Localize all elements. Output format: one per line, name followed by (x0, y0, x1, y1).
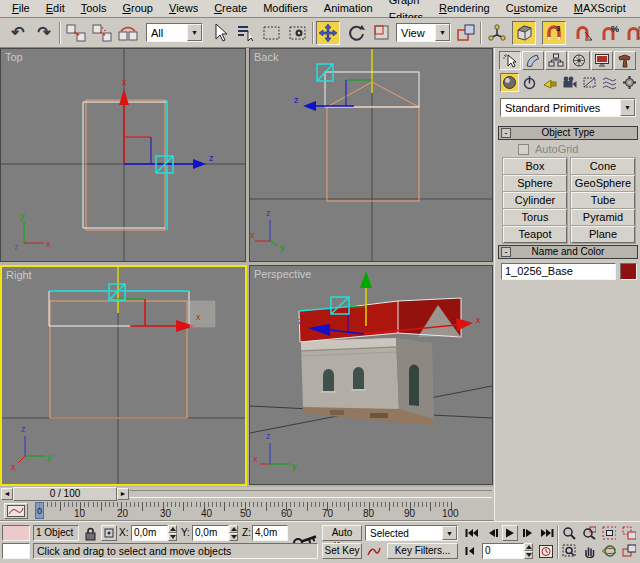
select-and-manipulate-button[interactable] (485, 21, 509, 45)
primitive-pyramid-button[interactable]: Pyramid (571, 209, 635, 226)
dropdown-arrow-icon[interactable]: ▼ (442, 526, 457, 540)
spinner-snap-button[interactable] (624, 21, 640, 45)
x-coordinate-spinner[interactable] (168, 525, 177, 541)
tab-hierarchy[interactable] (545, 51, 567, 70)
key-filters-button[interactable]: Key Filters... (387, 543, 458, 559)
tab-create[interactable] (499, 51, 521, 70)
y-coordinate-spinner[interactable] (229, 525, 238, 541)
maxscript-listener-pane[interactable] (2, 543, 30, 559)
tab-modify[interactable] (522, 51, 544, 70)
perspective-viewport-canvas[interactable]: z x z y x (250, 266, 492, 484)
rectangular-selection-region-button[interactable] (260, 21, 284, 45)
selection-lock-toggle[interactable] (82, 525, 98, 541)
viewport-right-active[interactable]: x z y x Right (0, 265, 247, 486)
menu-file[interactable]: File (4, 0, 38, 17)
category-lights-button[interactable] (540, 73, 559, 92)
redo-button[interactable]: ↷ (32, 21, 56, 45)
x-coordinate-field[interactable]: 0,0m (131, 525, 168, 541)
back-viewport-canvas[interactable]: z z x y (250, 49, 492, 261)
bind-to-space-warp-button[interactable] (116, 21, 140, 45)
absolute-offset-mode-toggle[interactable] (101, 525, 117, 541)
unlink-selection-button[interactable] (90, 21, 114, 45)
primitive-teapot-button[interactable]: Teapot (503, 226, 567, 243)
tab-utilities[interactable] (614, 51, 636, 70)
keyboard-shortcut-override-button[interactable] (512, 21, 536, 45)
select-by-name-button[interactable] (234, 21, 258, 45)
key-filter-selected-dropdown[interactable]: Selected▼ (365, 525, 458, 541)
time-slider-prev-button[interactable]: ◄ (1, 488, 13, 500)
primitive-cylinder-button[interactable]: Cylinder (503, 192, 567, 209)
menu-create[interactable]: Create (206, 0, 255, 17)
menu-animation[interactable]: Animation (316, 0, 381, 17)
primitive-geosphere-button[interactable]: GeoSphere (571, 175, 635, 192)
menu-edit[interactable]: Edit (38, 0, 73, 17)
time-slider-handle[interactable]: 0 / 100 (13, 487, 117, 501)
primitive-tube-button[interactable]: Tube (571, 192, 635, 209)
zoom-button[interactable] (561, 525, 577, 541)
time-slider-next-button[interactable]: ► (117, 488, 129, 500)
menu-views[interactable]: Views (161, 0, 206, 17)
menu-help[interactable]: Help (634, 0, 640, 17)
open-mini-curve-editor-button[interactable] (4, 503, 28, 519)
window-crossing-button[interactable] (286, 21, 310, 45)
selection-filter-dropdown[interactable]: All▼ (146, 23, 203, 42)
angle-snap-button[interactable] (572, 21, 596, 45)
dropdown-arrow-icon[interactable]: ▼ (435, 24, 450, 41)
current-frame-spinner[interactable] (524, 543, 533, 559)
y-coordinate-field[interactable]: 0,0m (192, 525, 229, 541)
selected-roof-object[interactable] (299, 298, 461, 342)
autogrid-checkbox[interactable] (518, 144, 529, 155)
select-and-move-button[interactable] (316, 21, 340, 45)
snaps-toggle-button[interactable]: 3 (542, 21, 566, 45)
house-model[interactable] (301, 338, 434, 425)
dropdown-arrow-icon[interactable]: ▼ (620, 99, 635, 116)
select-and-scale-button[interactable] (370, 21, 394, 45)
tab-display[interactable] (591, 51, 613, 70)
category-type-dropdown[interactable]: Standard Primitives▼ (500, 98, 636, 117)
percent-snap-button[interactable]: % (598, 21, 622, 45)
region-zoom-button[interactable] (561, 543, 577, 559)
menu-customize[interactable]: Customize (498, 0, 566, 17)
set-key-button[interactable]: Set Key (322, 543, 362, 559)
menu-maxscript[interactable]: MAXScript (566, 0, 634, 17)
object-color-swatch[interactable] (620, 263, 637, 280)
right-viewport-canvas[interactable]: x z y x (2, 267, 245, 484)
category-systems-button[interactable] (620, 73, 639, 92)
primitive-sphere-button[interactable]: Sphere (503, 175, 567, 192)
time-slider-track[interactable] (130, 490, 492, 498)
rollout-collapse-button[interactable]: - (501, 247, 511, 257)
arc-rotate-button[interactable] (601, 543, 617, 559)
menu-modifiers[interactable]: Modifiers (255, 0, 316, 17)
category-helpers-button[interactable] (580, 73, 599, 92)
primitive-plane-button[interactable]: Plane (571, 226, 635, 243)
maxscript-macro-recorder-pane[interactable] (2, 525, 30, 541)
primitive-cone-button[interactable]: Cone (571, 158, 635, 175)
reference-coordinate-system-dropdown[interactable]: View▼ (396, 23, 451, 42)
undo-button[interactable]: ↶ (6, 21, 30, 45)
menu-group[interactable]: Group (114, 0, 161, 17)
dropdown-arrow-icon[interactable]: ▼ (187, 24, 202, 41)
go-to-end-button[interactable] (539, 525, 555, 541)
current-frame-field[interactable]: 0 (482, 543, 524, 559)
category-shapes-button[interactable] (520, 73, 539, 92)
tab-motion[interactable] (568, 51, 590, 70)
viewport-label-top[interactable]: Top (5, 51, 23, 63)
viewport-label-right[interactable]: Right (6, 269, 32, 281)
top-viewport-canvas[interactable]: x z y x z (1, 49, 245, 261)
primitive-torus-button[interactable]: Torus (503, 209, 567, 226)
viewport-perspective[interactable]: z x z y x Perspective (249, 265, 493, 485)
previous-frame-button[interactable] (484, 525, 500, 541)
time-configuration-button[interactable] (538, 543, 554, 559)
select-object-button[interactable] (208, 21, 232, 45)
rollout-name-and-color[interactable]: - Name and Color (498, 245, 638, 259)
viewport-label-perspective[interactable]: Perspective (254, 268, 311, 280)
menu-tools[interactable]: Tools (73, 0, 115, 17)
menu-rendering[interactable]: Rendering (431, 0, 498, 17)
min-max-toggle-button[interactable] (621, 543, 637, 559)
select-and-rotate-button[interactable] (344, 21, 368, 45)
go-to-start-button[interactable] (463, 525, 479, 541)
category-geometry-button[interactable] (500, 73, 519, 92)
z-coordinate-field[interactable]: 4,0m (252, 525, 288, 541)
current-frame-marker[interactable]: 0 (35, 502, 44, 519)
viewport-back[interactable]: z z x y Back (249, 48, 493, 262)
